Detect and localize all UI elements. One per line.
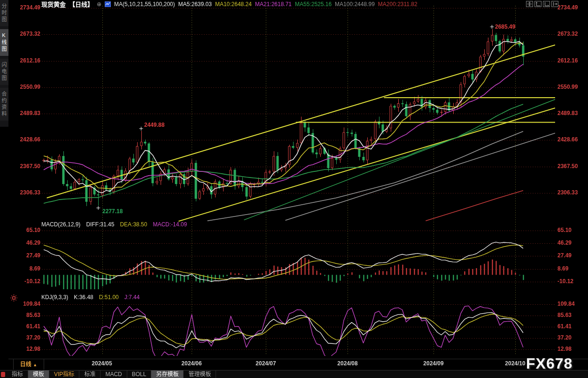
ma100-value: MA100:2448.99	[335, 1, 375, 8]
axis-tick-label: -10.12	[557, 278, 573, 285]
price-axis-right: 2734.49 2673.32 2612.16 2550.99 2489.83 …	[557, 0, 588, 357]
axis-tick-label: 2612.16	[557, 57, 578, 64]
ma21-value: MA21:2618.71	[255, 1, 292, 8]
axis-tick-label: 27.49	[26, 252, 40, 259]
macd-header: MACD(26,12,9) DIFF:31.45 DEA:38.50 MACD:…	[41, 221, 187, 228]
axis-tick-label: 8.69	[557, 265, 568, 272]
axis-tick-label: 109.84	[557, 301, 575, 307]
toolbar-template[interactable]: 模板	[28, 370, 49, 378]
macd-params-label: MACD(26,12,9)	[41, 221, 80, 228]
axis-tick-label: 2550.99	[557, 84, 578, 90]
chart-header: 现货黄金 【日线】 ⊕ MA(5,10,21,55,100,200) MA5:2…	[41, 0, 418, 8]
axis-tick-label: 65.10	[26, 227, 40, 233]
pan-tool-icon[interactable]	[526, 1, 533, 7]
toolbar-macd[interactable]: MACD	[101, 370, 127, 378]
indicator-chart-icon[interactable]	[105, 1, 111, 7]
ma200-value: MA200:2311.82	[378, 1, 418, 8]
axis-tick-label: 46.29	[26, 239, 40, 246]
kdj-header: KDJ(9,3,3) K:36.48 D:51.00 J:7.44	[41, 294, 139, 301]
axis-tick-label: 12.98	[26, 346, 40, 352]
axis-tick-label: 8.69	[30, 265, 40, 272]
low-price-annotation: 2277.18	[102, 208, 123, 215]
month-gridline-label: 2024/10	[501, 360, 529, 367]
x-axis-scale-icon[interactable]	[543, 1, 550, 7]
axis-tick-label: 2612.16	[20, 57, 40, 64]
axis-tick-label: 46.29	[557, 239, 572, 246]
left-sidebar: 分时图 K线图 闪电图 合约资料	[0, 0, 8, 127]
sidebar-tab-contract-info[interactable]: 合约资料	[0, 88, 8, 121]
axis-tick-label: 2489.83	[20, 110, 40, 116]
axis-tick-label: 2673.32	[557, 31, 578, 37]
axis-tick-label: 27.49	[557, 252, 572, 259]
sidebar-tab-kline[interactable]: K线图	[0, 29, 8, 56]
axis-tick-label: 2550.99	[20, 84, 40, 90]
swing-high-annotation: 2449.88	[144, 122, 164, 128]
axis-tick-label: 85.63	[557, 312, 572, 318]
chart-tool-icons	[526, 1, 558, 7]
ma10-value: MA10:2648.24	[215, 1, 252, 8]
chart-canvas[interactable]	[0, 0, 588, 378]
month-gridline-label: 2024/09	[419, 360, 448, 367]
toolbar-standard[interactable]: 标准	[79, 370, 101, 378]
axis-tick-label: 2367.50	[20, 163, 40, 170]
axis-tick-label: 2673.32	[20, 31, 40, 37]
month-gridline-label: 2024/08	[333, 360, 362, 367]
price-axis-left: 2734.49 2673.32 2612.16 2550.99 2489.83 …	[9, 0, 40, 357]
symbol-title: 现货黄金	[41, 0, 66, 8]
ma5-value: MA5:2639.03	[178, 1, 212, 8]
toolbar-manage-template[interactable]: 管理模板	[184, 370, 216, 378]
axis-tick-label: 2306.33	[20, 189, 40, 196]
axis-tick-label: 2428.66	[557, 136, 578, 143]
y-axis-scale-icon[interactable]	[534, 1, 542, 7]
month-gridline-label: 2024/06	[178, 360, 206, 367]
trading-chart-app: 分时图 K线图 闪电图 合约资料 现货黄金 【日线】 ⊕ MA(5,10,21,…	[0, 0, 588, 378]
toolbar-save-template[interactable]: 另存模板	[151, 370, 184, 378]
kdj-d-value: D:51.00	[99, 294, 119, 301]
axis-tick-label: 85.63	[26, 312, 40, 318]
period-label: 日线	[20, 361, 31, 368]
kdj-j-value: J:7.44	[124, 294, 140, 301]
period-tag: 【日线】	[69, 0, 93, 8]
high-price-annotation: 2685.49	[495, 23, 515, 30]
axis-tick-label: 2367.50	[557, 163, 578, 170]
month-gridline-label: 2024/07	[252, 360, 280, 367]
bottom-toolbar: 指标 模板 VIP指标 标准 MACD BOLL 另存模板 管理模板	[0, 370, 588, 378]
axis-tick-label: 2306.33	[557, 189, 578, 196]
period-selector[interactable]: 日线 ▲	[13, 359, 44, 370]
macd-diff-value: DIFF:31.45	[86, 221, 114, 228]
fx678-logo: FX678	[526, 355, 573, 372]
axis-tick-label: 37.20	[26, 334, 40, 341]
toolbar-corner-icon[interactable]	[1, 372, 5, 377]
axis-tick-label: 2734.49	[557, 4, 578, 11]
ma-params-label: MA(5,10,21,55,100,200)	[114, 1, 175, 8]
shift-chart-icon[interactable]	[551, 1, 558, 7]
axis-tick-label: 2489.83	[557, 110, 578, 116]
expand-icon[interactable]: ⊕	[97, 1, 101, 8]
chevron-up-icon: ▲	[33, 363, 37, 367]
axis-tick-label: 12.98	[557, 346, 572, 352]
sidebar-tab-timeshare[interactable]: 分时图	[0, 0, 8, 26]
axis-tick-label: 61.41	[557, 323, 572, 330]
toolbar-vip-indicators[interactable]: VIP指标	[49, 370, 79, 378]
macd-dea-value: DEA:38.50	[120, 221, 147, 228]
kdj-settings-icon[interactable]	[10, 294, 17, 303]
macd-macd-value: MACD:-14.09	[153, 221, 187, 228]
toolbar-indicators[interactable]: 指标	[7, 370, 28, 378]
axis-tick-label: -10.12	[24, 278, 40, 285]
kdj-k-value: K:36.48	[74, 294, 93, 301]
month-gridline-label: 2024/05	[88, 360, 116, 367]
axis-tick-label: 2428.66	[20, 136, 40, 143]
axis-tick-label: 2734.49	[20, 4, 40, 11]
axis-tick-label: 61.41	[26, 323, 40, 330]
axis-tick-label: 37.20	[557, 334, 572, 341]
sidebar-tab-lightning[interactable]: 闪电图	[0, 59, 8, 85]
kdj-params-label: KDJ(9,3,3)	[41, 294, 68, 301]
axis-tick-label: 65.10	[557, 227, 572, 233]
toolbar-boll[interactable]: BOLL	[127, 370, 152, 378]
axis-tick-label: 109.84	[23, 301, 40, 307]
ma55-value: MA55:2525.16	[295, 1, 332, 8]
